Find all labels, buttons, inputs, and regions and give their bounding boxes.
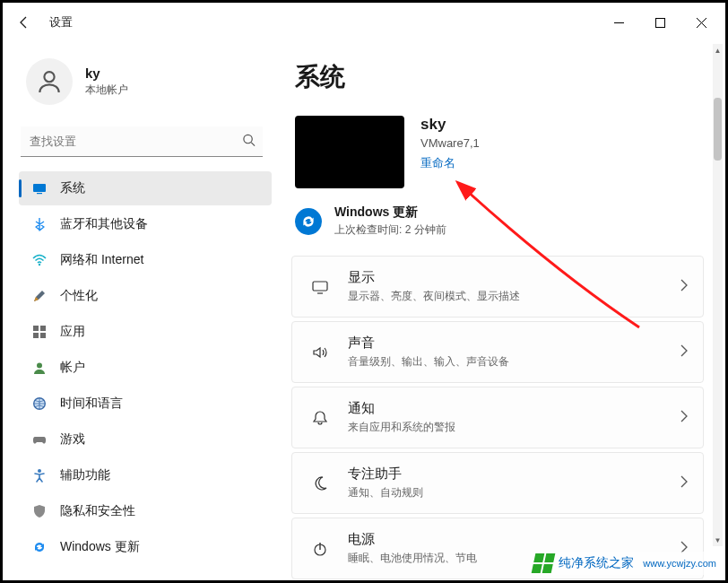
svg-point-14 xyxy=(37,363,42,369)
svg-rect-12 xyxy=(33,333,39,338)
row-subtitle: 音量级别、输出、输入、声音设备 xyxy=(348,354,680,370)
svg-point-5 xyxy=(244,135,252,143)
sidebar-item-label: Windows 更新 xyxy=(60,539,140,555)
pc-thumbnail xyxy=(295,116,404,188)
person-icon xyxy=(35,67,64,96)
sidebar-item-label: 网络和 Internet xyxy=(60,252,143,268)
svg-rect-11 xyxy=(40,326,46,331)
sidebar-item-system[interactable]: 系统 xyxy=(19,171,272,205)
sidebar-item-label: 帐户 xyxy=(60,360,85,376)
system-icon xyxy=(31,180,48,196)
row-title: 专注助手 xyxy=(348,466,680,483)
sidebar-item-label: 辅助功能 xyxy=(60,467,110,483)
sidebar-item-time-language[interactable]: 时间和语言 xyxy=(19,387,272,421)
moon-icon xyxy=(308,474,332,492)
svg-line-6 xyxy=(251,143,255,146)
update-subtitle: 上次检查时间: 2 分钟前 xyxy=(334,222,446,238)
sidebar-item-accessibility[interactable]: 辅助功能 xyxy=(19,458,272,492)
svg-point-16 xyxy=(38,469,41,473)
bell-icon xyxy=(308,409,332,427)
accessibility-icon xyxy=(31,467,48,483)
chevron-right-icon xyxy=(680,279,689,295)
sidebar-item-label: 隐私和安全性 xyxy=(60,503,135,519)
wifi-icon xyxy=(31,252,48,268)
gamepad-icon xyxy=(31,431,48,448)
row-title: 通知 xyxy=(348,400,680,417)
minimize-icon xyxy=(614,18,624,28)
sidebar-item-label: 蓝牙和其他设备 xyxy=(60,216,148,232)
sidebar-item-windows-update[interactable]: Windows 更新 xyxy=(19,530,272,564)
search-input[interactable] xyxy=(21,126,263,157)
user-name: ky xyxy=(85,65,128,81)
svg-rect-1 xyxy=(655,18,664,27)
svg-rect-7 xyxy=(33,184,46,192)
maximize-button[interactable] xyxy=(639,8,680,37)
sidebar-item-personalization[interactable]: 个性化 xyxy=(19,279,272,313)
paintbrush-icon xyxy=(31,288,48,304)
arrow-left-icon xyxy=(17,15,31,30)
user-block[interactable]: ky 本地帐户 xyxy=(3,53,281,121)
row-title: 电源 xyxy=(348,531,680,548)
close-button[interactable] xyxy=(680,8,722,37)
scrollbar[interactable]: ▲ ▼ xyxy=(713,44,723,546)
row-subtitle: 来自应用和系统的警报 xyxy=(348,420,680,435)
display-icon xyxy=(308,278,332,296)
window-title: 设置 xyxy=(49,14,73,30)
row-subtitle: 通知、自动规则 xyxy=(348,485,680,500)
svg-rect-13 xyxy=(40,333,46,338)
search-icon xyxy=(242,134,256,151)
pc-model: VMware7,1 xyxy=(420,136,480,150)
scroll-thumb[interactable] xyxy=(714,98,722,161)
row-title: 显示 xyxy=(348,269,680,286)
chevron-right-icon xyxy=(680,475,689,492)
sidebar-item-bluetooth[interactable]: 蓝牙和其他设备 xyxy=(19,207,272,241)
pc-name: sky xyxy=(420,116,480,134)
update-sync-icon xyxy=(295,208,322,235)
avatar xyxy=(26,58,73,105)
sync-icon xyxy=(31,539,48,555)
bluetooth-icon xyxy=(31,216,48,232)
svg-rect-10 xyxy=(33,326,39,331)
minimize-button[interactable] xyxy=(598,8,639,37)
chevron-right-icon xyxy=(680,410,689,426)
user-subtitle: 本地帐户 xyxy=(85,83,128,98)
globe-clock-icon xyxy=(31,396,48,412)
sidebar-item-label: 时间和语言 xyxy=(60,396,123,412)
setting-row-focus-assist[interactable]: 专注助手 通知、自动规则 xyxy=(291,452,704,514)
page-title: 系统 xyxy=(295,60,704,94)
sidebar-item-network[interactable]: 网络和 Internet xyxy=(19,243,272,277)
windows-update-block[interactable]: Windows 更新 上次检查时间: 2 分钟前 xyxy=(295,204,704,238)
setting-row-sound[interactable]: 声音 音量级别、输出、输入、声音设备 xyxy=(291,321,704,383)
sidebar-item-privacy[interactable]: 隐私和安全性 xyxy=(19,494,272,528)
update-title: Windows 更新 xyxy=(334,204,446,221)
svg-point-4 xyxy=(44,72,54,82)
sidebar-item-label: 游戏 xyxy=(60,431,85,448)
scroll-up-icon[interactable]: ▲ xyxy=(713,44,723,57)
sound-icon xyxy=(308,344,332,361)
close-icon xyxy=(697,18,706,28)
sidebar-item-label: 个性化 xyxy=(60,288,98,304)
svg-rect-8 xyxy=(37,193,42,194)
watermark-url: www.ycwjzy.com xyxy=(643,558,716,569)
account-icon xyxy=(31,360,48,376)
watermark-text: 纯净系统之家 xyxy=(559,555,634,571)
power-icon xyxy=(308,540,332,558)
shield-icon xyxy=(31,503,48,519)
svg-rect-17 xyxy=(313,282,327,291)
maximize-icon xyxy=(655,18,665,28)
back-button[interactable] xyxy=(6,4,42,40)
chevron-right-icon xyxy=(680,344,689,361)
setting-row-notifications[interactable]: 通知 来自应用和系统的警报 xyxy=(291,387,704,448)
sidebar-item-apps[interactable]: 应用 xyxy=(19,315,272,349)
sidebar-item-label: 系统 xyxy=(60,180,85,196)
row-title: 声音 xyxy=(348,335,680,352)
sidebar-item-gaming[interactable]: 游戏 xyxy=(19,422,272,457)
sidebar-item-label: 应用 xyxy=(60,324,85,340)
watermark-logo-icon xyxy=(532,553,556,573)
row-subtitle: 显示器、亮度、夜间模式、显示描述 xyxy=(348,289,680,304)
rename-link[interactable]: 重命名 xyxy=(420,155,455,171)
setting-row-display[interactable]: 显示 显示器、亮度、夜间模式、显示描述 xyxy=(291,256,704,318)
apps-icon xyxy=(31,324,48,340)
sidebar-item-accounts[interactable]: 帐户 xyxy=(19,351,272,385)
scroll-down-icon[interactable]: ▼ xyxy=(713,534,723,546)
